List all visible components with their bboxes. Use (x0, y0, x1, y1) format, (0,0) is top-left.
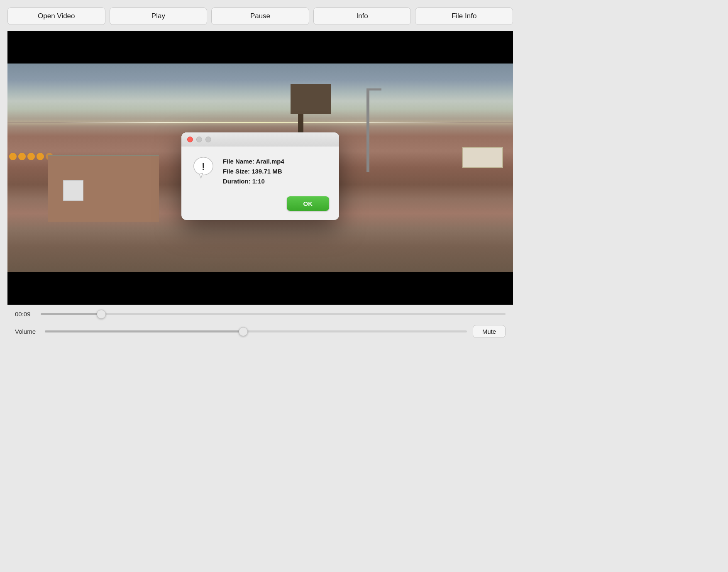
modal-backdrop: ! File Name: Arail.mp4 File Size: 139.71… (7, 31, 513, 305)
dialog-icon: ! (191, 156, 215, 180)
dialog-text: File Name: Arail.mp4 File Size: 139.71 M… (223, 156, 329, 186)
volume-row: Volume Mute (15, 325, 506, 345)
dialog-close-button[interactable] (187, 137, 193, 142)
dialog-maximize-button[interactable] (205, 137, 211, 142)
dialog-minimize-button[interactable] (196, 137, 202, 142)
volume-track[interactable] (45, 330, 467, 332)
dialog-ok-button[interactable]: OK (287, 196, 330, 211)
volume-fill (45, 330, 243, 332)
volume-thumb[interactable] (239, 327, 248, 336)
volume-label: Volume (15, 328, 39, 335)
controls-area: 00:09 Volume Mute (7, 305, 513, 345)
seek-row: 00:09 (15, 310, 506, 318)
open-video-button[interactable]: Open Video (7, 7, 105, 25)
video-frame: ! File Name: Arail.mp4 File Size: 139.71… (7, 31, 513, 305)
file-info-button[interactable]: File Info (415, 7, 513, 25)
file-name-text: File Name: Arail.mp4 (223, 156, 329, 166)
file-info-dialog: ! File Name: Arail.mp4 File Size: 139.71… (181, 132, 339, 220)
current-time-label: 00:09 (15, 310, 35, 318)
dialog-titlebar (181, 132, 339, 147)
duration-text: Duration: 1:10 (223, 176, 329, 186)
info-button[interactable]: Info (313, 7, 411, 25)
dialog-footer: OK (181, 196, 339, 220)
svg-text:!: ! (202, 160, 205, 172)
video-player: ! File Name: Arail.mp4 File Size: 139.71… (7, 31, 513, 305)
pause-button[interactable]: Pause (211, 7, 309, 25)
toolbar: Open Video Play Pause Info File Info (7, 7, 513, 25)
seek-thumb[interactable] (97, 310, 106, 319)
seek-fill (41, 313, 101, 315)
file-size-text: File Size: 139.71 MB (223, 166, 329, 176)
play-button[interactable]: Play (110, 7, 208, 25)
mute-button[interactable]: Mute (473, 325, 506, 338)
svg-marker-1 (199, 173, 203, 178)
dialog-body: ! File Name: Arail.mp4 File Size: 139.71… (181, 147, 339, 196)
seek-track[interactable] (41, 313, 506, 315)
